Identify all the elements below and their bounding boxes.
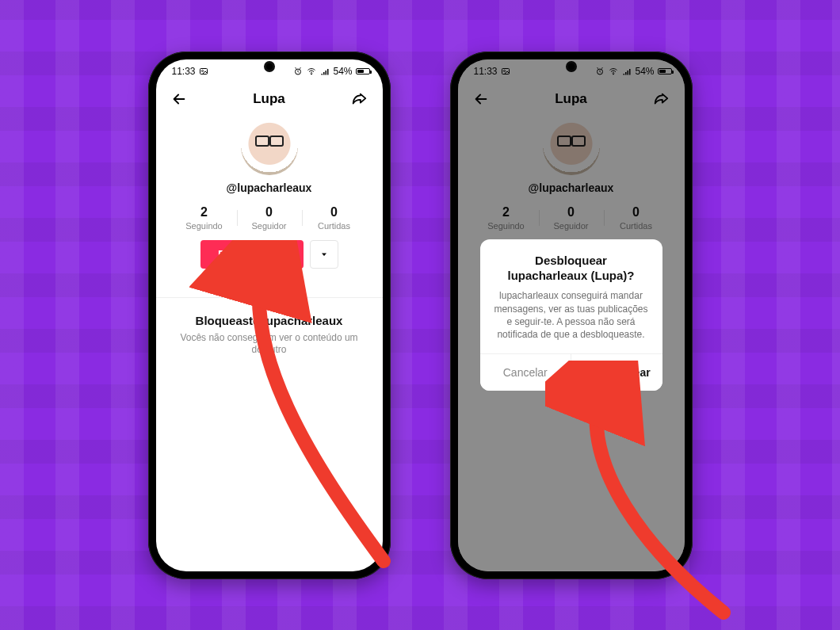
battery-icon	[356, 68, 370, 74]
dialog-title: Desbloquear lupacharleaux (Lupa)?	[480, 239, 662, 290]
stat-following[interactable]: 2 Seguindo	[172, 205, 237, 231]
avatar-glasses-icon	[254, 136, 285, 147]
dialog-actions: Cancelar Desbloquear	[480, 353, 662, 391]
avatar[interactable]	[241, 118, 298, 175]
phone-left: 11:33 54%	[148, 52, 391, 579]
profile-stats: 2 Seguindo 0 Seguidor 0 Curtidas	[156, 205, 383, 231]
share-button[interactable]	[347, 87, 371, 111]
image-indicator-icon	[199, 67, 208, 76]
stat-followers[interactable]: 0 Seguidor	[237, 205, 302, 231]
modal-overlay[interactable]: Desbloquear lupacharleaux (Lupa)? lupach…	[458, 59, 685, 571]
blocked-subtitle: Vocês não conseguem ver o conteúdo um do…	[178, 332, 361, 357]
dialog-cancel-button[interactable]: Cancelar	[480, 354, 571, 391]
stat-likes-count: 0	[302, 205, 367, 220]
unblock-confirm-dialog: Desbloquear lupacharleaux (Lupa)? lupach…	[480, 239, 662, 391]
profile-section: @lupacharleaux	[156, 115, 383, 194]
stat-followers-label: Seguidor	[237, 221, 302, 231]
status-time: 11:33	[172, 66, 196, 77]
screenshot-stage: 11:33 54%	[0, 0, 840, 630]
stat-likes-label: Curtidas	[302, 221, 367, 231]
more-actions-button[interactable]	[310, 240, 338, 269]
svg-point-3	[311, 74, 312, 74]
profile-actions: Desbloquear	[156, 240, 383, 269]
page-title: Lupa	[253, 91, 285, 107]
unblock-button[interactable]: Desbloquear	[200, 240, 304, 269]
phone-right: 11:33 54%	[450, 52, 693, 579]
signal-icon	[320, 67, 330, 76]
arrow-left-icon	[170, 90, 188, 108]
camera-punch-hole-icon	[264, 61, 275, 72]
status-right: 54%	[293, 66, 369, 77]
stat-likes[interactable]: 0 Curtidas	[302, 205, 367, 231]
blocked-title: Bloqueaste lupacharleaux	[178, 314, 361, 327]
profile-collapsed-indicator: ⋯▾	[156, 275, 383, 288]
svg-point-1	[201, 70, 203, 71]
profile-username[interactable]: @lupacharleaux	[227, 181, 312, 194]
back-button[interactable]	[167, 87, 191, 111]
divider	[156, 297, 383, 298]
status-left: 11:33	[172, 66, 208, 77]
stat-followers-count: 0	[237, 205, 302, 220]
blocked-message: Bloqueaste lupacharleaux Vocês não conse…	[156, 307, 383, 357]
caret-down-icon	[319, 250, 329, 259]
alarm-icon	[293, 67, 303, 76]
stat-following-count: 2	[172, 205, 237, 220]
app-header: Lupa	[156, 83, 383, 115]
phone-right-screen: 11:33 54%	[458, 59, 685, 571]
share-arrow-icon	[350, 90, 368, 108]
status-battery-text: 54%	[333, 66, 352, 77]
wifi-icon	[306, 67, 317, 76]
stat-following-label: Seguindo	[172, 221, 237, 231]
dialog-confirm-button[interactable]: Desbloquear	[571, 354, 662, 391]
phone-left-screen: 11:33 54%	[156, 59, 383, 571]
dialog-body: lupacharleaux conseguirá mandar mensagen…	[480, 289, 662, 353]
